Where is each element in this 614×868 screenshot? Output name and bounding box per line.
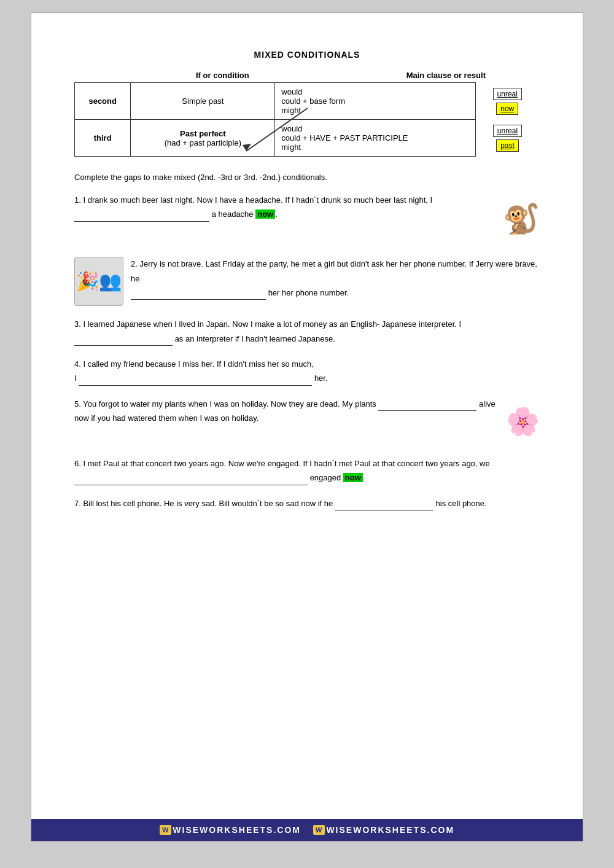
ex-6-blank[interactable] (74, 475, 308, 485)
page: MIXED CONDITIONALS If or condition Main … (31, 12, 583, 842)
ex-2-text: Jerry is not brave. Last Friday at the p… (131, 259, 537, 283)
ex-4-text: I called my friend because I miss her. I… (83, 359, 313, 369)
ex-6-suffix: engaged now. (310, 473, 365, 482)
ex-2-text-block: 2. Jerry is not brave. Last Friday at th… (131, 257, 540, 300)
main-clause-header: Main clause or result (406, 71, 486, 80)
ex-7-suffix: his cell phone. (436, 499, 487, 508)
unreal-badge-1: unreal (493, 88, 522, 100)
ex-2-suffix: her her phone number. (268, 288, 349, 297)
second-label: second (75, 83, 131, 120)
ex-2-content: 🎉👥 2. Jerry is not brave. Last Friday at… (74, 257, 540, 306)
ex-num-4: 4. (74, 359, 83, 369)
ex-3-blank[interactable] (74, 336, 173, 346)
exercises: 1. I drank so much beer last night. Now … (74, 193, 540, 510)
conditionals-table: second Simple past wouldcould + base for… (74, 82, 540, 157)
table-section: If or condition Main clause or result se… (74, 71, 540, 157)
page-title: MIXED CONDITIONALS (74, 50, 540, 60)
ex-7-text: Bill lost his cell phone. He is very sad… (83, 499, 333, 508)
footer-text-1: WISEWORKSHEETS.COM (173, 825, 301, 835)
table-header: If or condition Main clause or result (74, 71, 540, 80)
party-image: 🎉👥 (74, 257, 123, 306)
table-row: third Past perfect(had + past participle… (75, 120, 540, 157)
ex-num-7: 7. (74, 499, 83, 508)
table-wrapper: second Simple past wouldcould + base for… (74, 82, 540, 157)
ex-1-blank[interactable] (74, 212, 209, 222)
ex-num-1: 1. (74, 195, 83, 205)
badge-third: unreal past (475, 120, 539, 157)
exercise-5: 5. You forgot to water my plants when I … (74, 397, 540, 445)
now-badge: now (496, 103, 518, 115)
past-perfect-cell: Past perfect(had + past participle) (131, 120, 275, 157)
footer-text-2: WISEWORKSHEETS.COM (326, 825, 454, 835)
result-third: wouldcould + HAVE + PAST PARTICIPLEmight (275, 120, 475, 157)
now-highlight-1: now (255, 209, 275, 219)
simple-past-cell: Simple past (131, 83, 275, 120)
unreal-badge-2: unreal (493, 125, 522, 137)
ex-num-6: 6. (74, 459, 83, 468)
table-row: second Simple past wouldcould + base for… (75, 83, 540, 120)
ex-4-suffix: her. (314, 373, 328, 383)
ex-4-blank[interactable] (79, 376, 312, 386)
ex-1-text: I drank so much beer last night. Now I h… (83, 195, 432, 205)
ex-3-suffix: as an interpreter if I hadn't learned Ja… (175, 334, 335, 343)
ex-1-suffix: a headache now. (212, 209, 278, 219)
ex-5-text: You forgot to water my plants when I was… (83, 399, 378, 409)
ex-2-blank[interactable] (131, 290, 266, 300)
ex-4-i: I (74, 373, 77, 383)
ex-num-2: 2. (131, 259, 139, 268)
flower-icon: 🌸 (506, 397, 540, 445)
ex-5-blank[interactable] (378, 401, 476, 411)
now-highlight-2: now (343, 473, 363, 482)
if-condition-header: If or condition (196, 71, 249, 80)
badge-second: unreal now (475, 83, 539, 120)
exercise-6: 6. I met Paul at that concert two years … (74, 456, 540, 485)
ex-7-blank[interactable] (335, 501, 433, 510)
third-label: third (75, 120, 131, 157)
ex-6-text: I met Paul at that concert two years ago… (83, 459, 489, 468)
footer-icon-1: W (160, 825, 171, 835)
exercise-4: 4. I called my friend because I miss her… (74, 357, 540, 386)
past-badge: past (496, 139, 519, 152)
exercise-1: 1. I drank so much beer last night. Now … (74, 193, 540, 246)
ex-num-3: 3. (74, 319, 83, 329)
exercise-3: 3. I learned Japanese when I lived in Ja… (74, 317, 540, 346)
monkey-icon: 🐒 (503, 193, 540, 246)
footer: W WISEWORKSHEETS.COM W WISEWORKSHEETS.CO… (31, 819, 583, 841)
ex-num-5: 5. (74, 399, 83, 409)
exercise-2: 🎉👥 2. Jerry is not brave. Last Friday at… (74, 257, 540, 306)
footer-icon-2: W (313, 825, 325, 835)
ex-3-text: I learned Japanese when I lived in Japan… (83, 319, 461, 329)
result-second: wouldcould + base formmight (275, 83, 475, 120)
instructions: Complete the gaps to make mixed (2nd. -3… (74, 171, 540, 184)
exercise-7: 7. Bill lost his cell phone. He is very … (74, 496, 540, 510)
